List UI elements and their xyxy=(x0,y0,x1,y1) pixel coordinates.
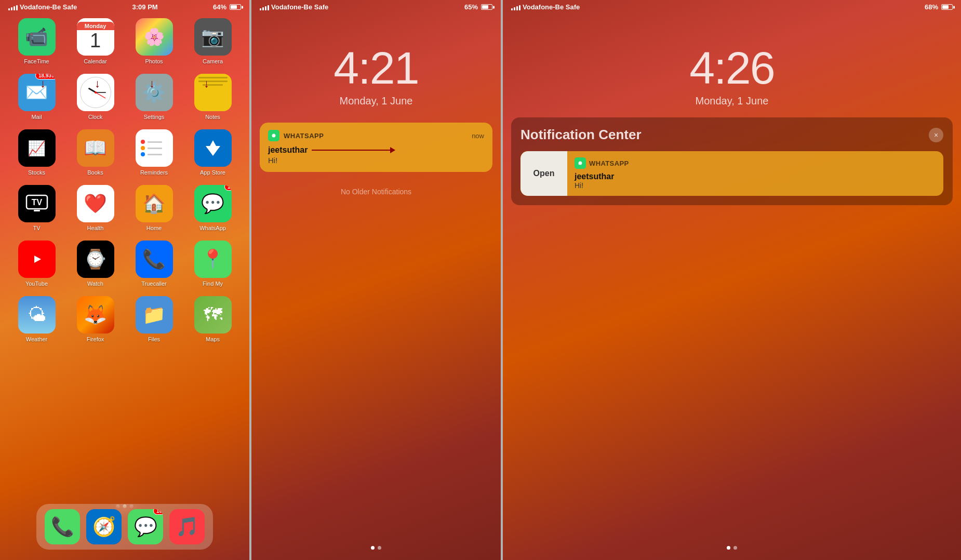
app-truecaller[interactable]: 📞 Truecaller xyxy=(127,241,181,287)
signal-bars-2 xyxy=(260,4,269,10)
camera-icon: 📷 xyxy=(194,18,232,56)
notification-center-panel: Notification Center × Open WHATSAPP xyxy=(511,117,953,205)
lock-screen-2: Vodafone-Be Safe 68% 4:26 Monday, 1 June… xyxy=(503,0,961,560)
signal-bars-1 xyxy=(8,4,18,10)
lock-time-3: 4:26 xyxy=(503,45,961,91)
app-maps[interactable]: 🗺 Maps xyxy=(185,296,240,342)
dock-music[interactable]: 🎵 xyxy=(169,509,205,544)
facetime-label: FaceTime xyxy=(24,58,49,64)
app-reminders[interactable]: Reminders xyxy=(127,129,181,176)
notif-center-msg: Hi! xyxy=(575,181,936,190)
battery-pct-2: 65% xyxy=(464,3,478,11)
youtube-label: YouTube xyxy=(25,281,48,287)
status-bar-1: Vodafone-Be Safe 3:09 PM 64% xyxy=(0,0,249,14)
battery-icon-1 xyxy=(230,4,241,10)
books-icon: 📖 xyxy=(77,129,114,167)
app-weather[interactable]: 🌤 Weather xyxy=(9,296,64,342)
settings-label: Settings xyxy=(144,114,165,120)
app-home[interactable]: 🏠 Home xyxy=(127,185,181,231)
signal-bars-3 xyxy=(511,4,520,10)
app-books[interactable]: 📖 Books xyxy=(68,129,123,176)
app-findmy[interactable]: 📍 Find My xyxy=(185,241,240,287)
dock-messages[interactable]: 💬 10 xyxy=(128,509,163,544)
notif-header: WHATSAPP now xyxy=(268,130,484,141)
tv-icon: TV xyxy=(18,185,56,222)
phone-icon: 📞 xyxy=(45,509,80,544)
dock-phone[interactable]: 📞 xyxy=(45,509,80,544)
lock3-dot-1 xyxy=(727,546,730,550)
photos-icon: 🌸 xyxy=(136,18,173,56)
notif-whatsapp-icon xyxy=(268,130,279,141)
carrier-3: Vodafone-Be Safe xyxy=(523,3,580,11)
notification-card[interactable]: WHATSAPP now jeetsuthar Hi! xyxy=(260,123,492,172)
arrow-4: ↓ xyxy=(204,77,209,90)
home-screen: Vodafone-Be Safe 3:09 PM 64% 📹 FaceTime … xyxy=(0,0,249,560)
notif-sender: jeetsuthar xyxy=(268,145,484,155)
truecaller-icon: 📞 xyxy=(136,241,173,278)
app-firefox[interactable]: 🦊 Firefox xyxy=(68,296,123,342)
notif-center-close-button[interactable]: × xyxy=(929,128,943,142)
lock-bottom-dots-2 xyxy=(371,546,381,550)
stocks-icon: 📈 xyxy=(18,129,56,167)
app-tv[interactable]: TV TV xyxy=(9,185,64,231)
findmy-label: Find My xyxy=(203,281,223,287)
dock-safari[interactable]: 🧭 xyxy=(86,509,122,544)
lock3-dot-2 xyxy=(733,546,737,550)
notif-center-card[interactable]: Open WHATSAPP jeetsuthar Hi! xyxy=(520,151,943,196)
app-calendar[interactable]: Monday 1 Calendar xyxy=(68,18,123,64)
health-icon: ❤️ xyxy=(77,185,114,222)
open-button[interactable]: Open xyxy=(520,151,567,196)
lock-screen-1: Vodafone-Be Safe 65% 4:21 Monday, 1 June… xyxy=(251,0,501,560)
lock-dot-2 xyxy=(378,546,381,550)
stocks-label: Stocks xyxy=(28,169,45,176)
app-appstore[interactable]: App Store xyxy=(185,129,240,176)
arrow-2: ↓ xyxy=(95,77,100,90)
app-camera[interactable]: 📷 Camera xyxy=(185,18,240,64)
app-stocks[interactable]: 📈 Stocks xyxy=(9,129,64,176)
carrier-2: Vodafone-Be Safe xyxy=(271,3,328,11)
weather-icon: 🌤 xyxy=(18,296,56,334)
carrier-1: Vodafone-Be Safe xyxy=(20,3,77,11)
app-watch[interactable]: ⌚ Watch xyxy=(68,241,123,287)
lock-date-2: Monday, 1 June xyxy=(251,95,501,107)
battery-fill-2 xyxy=(482,5,488,9)
notif-center-whatsapp-icon xyxy=(575,157,586,169)
lock-dot-1 xyxy=(371,546,375,550)
findmy-icon: 📍 xyxy=(194,241,232,278)
app-facetime[interactable]: 📹 FaceTime xyxy=(9,18,64,64)
app-health[interactable]: ❤️ Health xyxy=(68,185,123,231)
watch-icon: ⌚ xyxy=(77,241,114,278)
app-whatsapp[interactable]: 💬 1 WhatsApp xyxy=(185,185,240,231)
app-dock: 📞 🧭 💬 10 🎵 xyxy=(36,504,213,550)
whatsapp-label: WhatsApp xyxy=(199,225,226,231)
svg-text:TV: TV xyxy=(31,198,42,207)
firefox-label: Firefox xyxy=(87,336,104,342)
arrow-3: ↓ xyxy=(149,77,155,90)
home-icon: 🏠 xyxy=(136,185,173,222)
app-files[interactable]: 📁 Files xyxy=(127,296,181,342)
facetime-icon: 📹 xyxy=(18,18,56,56)
notif-center-content: WHATSAPP jeetsuthar Hi! xyxy=(567,151,943,196)
arrow-1: ↓ xyxy=(40,77,46,90)
status-left-1: Vodafone-Be Safe xyxy=(8,3,77,11)
lock-bottom-dots-3 xyxy=(727,546,737,550)
whatsapp-icon: 💬 1 xyxy=(194,185,232,222)
no-older-text: No Older Notifications xyxy=(251,188,501,196)
app-photos[interactable]: 🌸 Photos xyxy=(127,18,181,64)
files-label: Files xyxy=(148,336,160,342)
time-1: 3:09 PM xyxy=(132,3,158,11)
lock-status-bar-3: Vodafone-Be Safe 68% xyxy=(503,0,961,14)
battery-icon-2 xyxy=(481,4,492,10)
battery-fill-3 xyxy=(942,5,949,9)
calendar-label: Calendar xyxy=(84,58,107,64)
truecaller-label: Truecaller xyxy=(141,281,167,287)
notif-center-app-name: WHATSAPP xyxy=(589,159,629,167)
messages-icon: 💬 10 xyxy=(128,509,163,544)
battery-fill-1 xyxy=(231,5,237,9)
svg-rect-3 xyxy=(34,210,40,211)
appstore-label: App Store xyxy=(200,169,225,176)
notif-center-title: Notification Center xyxy=(520,127,642,143)
notif-app-info: WHATSAPP xyxy=(268,130,324,141)
app-youtube[interactable]: YouTube xyxy=(9,241,64,287)
youtube-icon xyxy=(18,241,56,278)
